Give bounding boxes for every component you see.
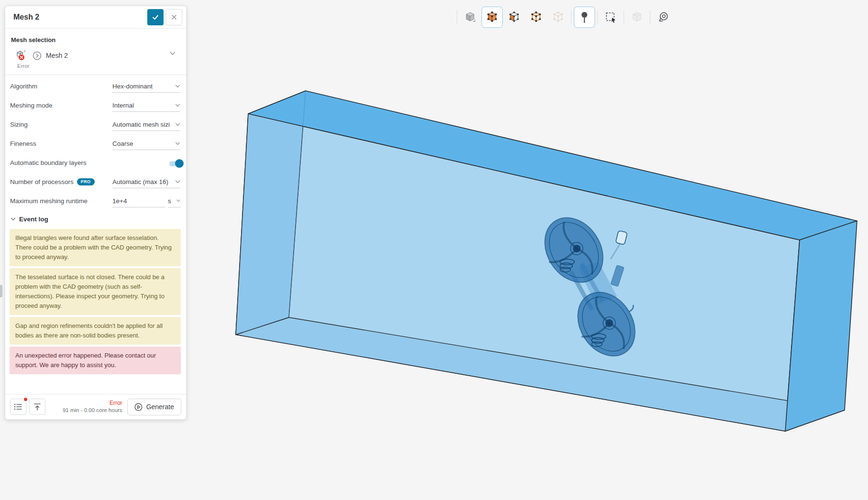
chevron-down-icon [175,180,180,184]
mesh-selection-item[interactable]: Mesh 2 [15,50,180,61]
upload-icon [33,403,41,411]
processors-select[interactable]: Automatic (max 16) [112,175,180,188]
boundary-layers-label: Automatic boundary layers [10,159,87,166]
select-faces-cube-icon[interactable] [504,7,525,28]
mesh-error-icon [15,50,30,61]
notification-dot [23,397,28,402]
panel-footer: Error 91 min - 0.00 core hours Generate [5,394,186,419]
toolbar-separator [457,10,457,24]
toolbar-separator [571,10,571,24]
form-row-meshing-mode: Meshing mode Internal [5,96,186,115]
event-log-warning: Illegal triangles were found after surfa… [10,229,181,266]
close-icon [171,14,177,20]
chevron-down-icon [175,142,180,145]
mesh-settings-panel: Mesh 2 Mesh selection [5,6,187,420]
view-cube-icon[interactable] [460,7,481,28]
runtime-unit-select[interactable]: s [168,195,181,207]
runtime-input[interactable] [112,195,165,207]
probe-pin-icon[interactable] [574,7,595,28]
event-log-toggle[interactable]: Event log [11,216,180,223]
event-log-label: Event log [19,216,48,223]
select-edges-cube-icon[interactable] [526,7,547,28]
status-badge: Error [45,400,122,407]
select-vertices-cube-icon [548,7,569,28]
sizing-label: Sizing [10,121,28,128]
form-row-fineness: Fineness Coarse [5,134,186,153]
panel-body: Mesh selection Mesh 2 Error [5,29,186,394]
generate-button[interactable]: Generate [127,399,181,415]
mesh-selection-label: Mesh selection [11,36,180,43]
upload-button[interactable] [29,399,45,415]
form-row-boundary-layers: Automatic boundary layers [5,153,186,173]
panel-collapse-handle[interactable] [0,285,2,297]
chevron-down-icon [175,104,180,107]
fineness-label: Fineness [10,140,36,147]
pro-badge: PRO [77,178,95,185]
sizing-select[interactable]: Automatic mesh sizi [112,118,180,131]
page-title: Mesh 2 [13,13,147,22]
form-row-processors: Number of processors PRO Automatic (max … [5,173,186,192]
measure-tape-icon[interactable] [653,7,674,28]
algorithm-label: Algorithm [10,83,37,90]
box-select-icon[interactable] [600,7,621,28]
event-log-warning: Gap and region refinements couldn't be a… [10,317,181,345]
panel-header: Mesh 2 [5,6,186,29]
chevron-down-icon [176,199,181,202]
toggle-knob [175,159,184,168]
boundary-layers-toggle[interactable] [168,159,184,168]
toolbar-separator [650,10,650,24]
form-row-sizing: Sizing Automatic mesh sizi [5,115,186,134]
chevron-down-icon [175,123,180,126]
toolbar-separator [597,10,598,24]
chevron-down-icon[interactable] [170,52,176,55]
settings-form: Algorithm Hex-dominant Meshing mode Inte… [5,75,186,211]
run-status: Error 91 min - 0.00 core hours [45,400,127,413]
close-button[interactable] [166,9,182,25]
form-row-algorithm: Algorithm Hex-dominant [5,77,186,96]
processors-label: Number of processors PRO [10,178,95,185]
fineness-select[interactable]: Coarse [112,137,180,150]
list-icon [14,403,22,411]
status-detail: 91 min - 0.00 core hours [45,407,122,413]
mesh-status-text: Error [17,63,180,69]
check-icon [152,13,159,21]
algorithm-select[interactable]: Hex-dominant [112,80,180,93]
toolbar-separator [624,10,624,24]
event-log-messages: Illegal triangles were found after surfa… [5,229,186,374]
meshing-mode-label: Meshing mode [10,102,53,109]
form-row-runtime: Maximum meshing runtime s [5,192,186,211]
mesh-item-name: Mesh 2 [46,52,68,59]
mesh-view-icon [626,7,648,28]
select-volumes-cube-icon[interactable] [482,7,503,28]
event-log-warning: The tesselated surface is not closed. Th… [10,268,181,315]
meshing-mode-select[interactable]: Internal [112,99,180,112]
viewport-toolbar [455,5,674,30]
event-list-button[interactable] [10,399,26,415]
expand-circle-icon[interactable] [33,51,42,60]
event-log-error: An unexpected error happened. Please con… [10,347,181,374]
runtime-label: Maximum meshing runtime [10,197,88,205]
chevron-down-icon [175,85,180,88]
play-circle-icon [134,403,143,411]
confirm-button[interactable] [147,9,164,25]
chevron-down-icon [11,217,16,221]
